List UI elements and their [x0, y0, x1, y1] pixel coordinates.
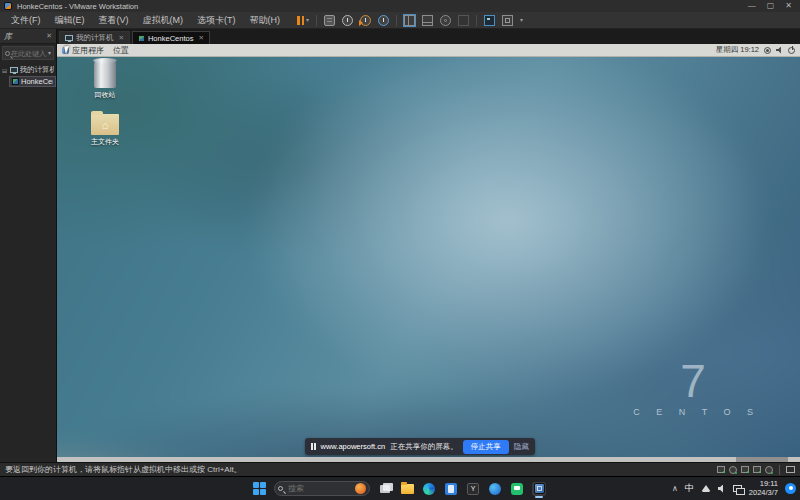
computer-icon: [10, 67, 18, 73]
system-tray: ∧ 中 19:11 2024/3/7: [672, 477, 796, 500]
restore-window-icon[interactable]: [786, 466, 795, 473]
library-close-icon[interactable]: ✕: [46, 32, 52, 40]
library-title: 库: [4, 31, 46, 42]
taskbar-app-file-explorer[interactable]: [400, 482, 414, 496]
fit-dropdown-caret-icon[interactable]: ▾: [520, 17, 523, 23]
task-view-icon: [380, 485, 390, 493]
volume-icon[interactable]: [776, 47, 783, 54]
library-tree: ⊟ 我的计算机 HonkeCentos: [0, 62, 56, 89]
tray-chevron-icon[interactable]: ∧: [672, 484, 678, 493]
chat-icon: [511, 483, 523, 495]
pause-vm-button[interactable]: ▾: [297, 16, 309, 25]
trash-icon: [94, 61, 116, 88]
close-button[interactable]: ✕: [785, 1, 792, 11]
search-highlight-icon[interactable]: [355, 483, 366, 494]
tab-label: HonkeCentos: [148, 34, 193, 43]
console-view-button[interactable]: [484, 15, 495, 26]
taskbar-app-task-view[interactable]: [378, 482, 392, 496]
unity-mode-button[interactable]: [458, 15, 469, 26]
taskbar-search-box[interactable]: [274, 481, 370, 496]
home-folder-icon: ⌂: [91, 114, 119, 135]
taskbar-app-chat[interactable]: [510, 482, 524, 496]
accessibility-icon[interactable]: [764, 47, 771, 54]
places-menu[interactable]: 位置: [113, 45, 129, 56]
hard-disk-icon[interactable]: [717, 466, 725, 473]
menu-tabs[interactable]: 选项卡(T): [190, 12, 243, 28]
show-library-toggle[interactable]: [404, 15, 415, 26]
taskbar-app-vmware-active[interactable]: [532, 482, 546, 496]
menu-bar: 文件(F) 编辑(E) 查看(V) 虚拟机(M) 选项卡(T) 帮助(H) ▾ …: [0, 12, 800, 29]
tree-item-my-computer[interactable]: ⊟ 我的计算机: [0, 64, 56, 76]
window-titlebar: HonkeCentos - VMware Workstation — ▢ ✕: [0, 0, 800, 12]
menu-view[interactable]: 查看(V): [92, 12, 136, 28]
snapshot-manager-button[interactable]: [378, 15, 389, 26]
tree-item-label: HonkeCentos: [21, 77, 53, 86]
taskbar-clock[interactable]: 19:11 2024/3/7: [749, 480, 778, 497]
menu-help[interactable]: 帮助(H): [243, 12, 288, 28]
revert-snapshot-button[interactable]: [360, 15, 371, 26]
usb-icon[interactable]: [765, 466, 773, 474]
store-icon: [445, 483, 457, 495]
vm-desktop[interactable]: 回收站 ⌂ 主文件夹 7 C E N T O S ww: [57, 57, 800, 457]
minimize-button[interactable]: —: [748, 1, 756, 11]
vmware-icon: [534, 483, 545, 494]
edge-icon: [423, 483, 435, 495]
desktop-icon-label: 主文件夹: [91, 137, 119, 147]
sound-icon[interactable]: [753, 466, 761, 473]
tab-close-icon[interactable]: ✕: [119, 34, 124, 42]
tree-expander-icon[interactable]: ⊟: [2, 67, 8, 74]
tab-close-icon[interactable]: ✕: [198, 34, 203, 42]
horizontal-scrollbar[interactable]: [57, 457, 800, 462]
search-dropdown-caret-icon[interactable]: ▾: [48, 50, 51, 56]
menu-file[interactable]: 文件(F): [4, 12, 48, 28]
desktop-icon-home-folder[interactable]: ⌂ 主文件夹: [83, 114, 127, 147]
cd-rom-icon[interactable]: [729, 466, 737, 474]
wifi-icon[interactable]: [701, 485, 711, 492]
library-search-input[interactable]: [10, 50, 48, 57]
browser-icon: [489, 483, 501, 495]
ctrl-alt-del-button[interactable]: [324, 15, 335, 26]
desktop-icon-trash[interactable]: 回收站: [83, 61, 127, 100]
taskbar-app-dark[interactable]: Y: [466, 482, 480, 496]
vm-icon: [138, 35, 145, 42]
applications-menu[interactable]: 应用程序: [72, 45, 104, 56]
take-snapshot-button[interactable]: [342, 15, 353, 26]
taskbar-search-input[interactable]: [286, 483, 352, 494]
taskbar-app-browser[interactable]: [488, 482, 502, 496]
vm-settings-button[interactable]: [440, 15, 451, 26]
library-search-box[interactable]: ▾: [2, 46, 54, 60]
scrollbar-thumb[interactable]: [736, 457, 788, 462]
volume-icon[interactable]: [718, 485, 726, 493]
cast-icon[interactable]: [733, 485, 742, 492]
tray-date: 2024/3/7: [749, 489, 778, 498]
menu-vm[interactable]: 虚拟机(M): [136, 12, 191, 28]
notification-icon[interactable]: [785, 483, 796, 494]
tab-my-computer[interactable]: 我的计算机 ✕: [59, 31, 130, 44]
tree-item-honkecentos[interactable]: HonkeCentos: [9, 76, 56, 87]
gnome-clock[interactable]: 星期四 19:12: [716, 45, 759, 55]
share-pause-icon[interactable]: [311, 443, 316, 450]
show-thumbnail-bar-toggle[interactable]: [422, 15, 433, 26]
vmware-app-icon: [4, 2, 12, 10]
library-sidebar: 库 ✕ ▾ ⊟ 我的计算机 HonkeCentos: [0, 29, 57, 462]
vm-console[interactable]: 应用程序 位置 星期四 19:12 回收站: [57, 44, 800, 462]
power-icon[interactable]: [788, 47, 795, 54]
pause-dropdown-caret-icon[interactable]: ▾: [306, 17, 309, 23]
monitor-icon: [65, 35, 73, 41]
vmware-status-bar: 要返回到你的计算机，请将鼠标指针从虚拟机中移出或按 Ctrl+Alt。: [0, 462, 800, 476]
toolbar-separator: [396, 15, 397, 26]
stop-sharing-button[interactable]: 停止共享: [463, 440, 509, 454]
taskbar-app-edge[interactable]: [422, 482, 436, 496]
ime-indicator[interactable]: 中: [685, 482, 694, 495]
maximize-button[interactable]: ▢: [767, 1, 775, 11]
network-adapter-icon[interactable]: [741, 466, 749, 473]
fit-guest-button[interactable]: [502, 15, 513, 26]
hide-share-bar-button[interactable]: 隐藏: [514, 442, 529, 452]
status-message: 要返回到你的计算机，请将鼠标指针从虚拟机中移出或按 Ctrl+Alt。: [5, 464, 242, 475]
share-message: 正在共享你的屏幕。: [390, 442, 458, 452]
menu-edit[interactable]: 编辑(E): [48, 12, 92, 28]
taskbar-app-store[interactable]: [444, 482, 458, 496]
vmware-workstation-window: HonkeCentos - VMware Workstation — ▢ ✕ 文…: [0, 0, 800, 500]
tab-honkecentos[interactable]: HonkeCentos ✕: [132, 31, 210, 44]
start-button[interactable]: [253, 482, 266, 495]
